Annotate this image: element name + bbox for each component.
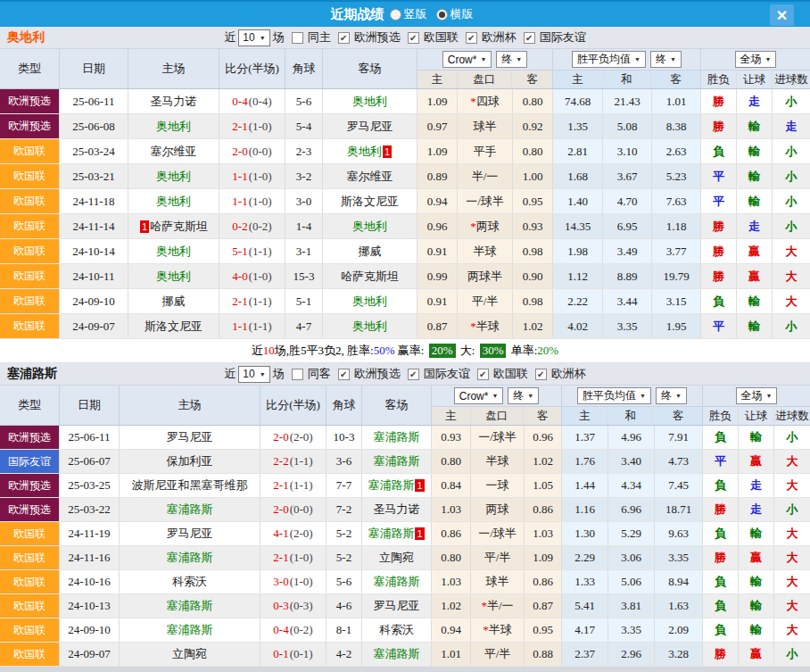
- filter-checkbox-league[interactable]: [408, 32, 419, 44]
- final-odds-select[interactable]: 终▼: [508, 387, 539, 404]
- mean-away: 1.63: [655, 594, 703, 618]
- odds-away: 1.00: [513, 164, 553, 188]
- corners: 4-7: [285, 314, 323, 338]
- mean-draw: 3.40: [608, 450, 655, 473]
- odds-away: 1.02: [525, 450, 562, 473]
- column-header: 主场: [120, 386, 260, 425]
- home-team-label: 圣马力诺: [151, 94, 197, 110]
- odds-home: 0.80: [432, 546, 471, 569]
- result-outcome: 平: [703, 450, 739, 473]
- odds-home: 0.96: [417, 214, 458, 238]
- filter-checkbox-league[interactable]: [477, 369, 489, 380]
- fulltime-score: 1-1: [232, 195, 247, 209]
- final-odds-select-label: 终: [513, 388, 524, 403]
- result-handicap: 贏: [737, 264, 773, 288]
- layout-radio[interactable]: [390, 9, 401, 21]
- summary-segment: 10: [263, 344, 275, 358]
- match-score: 2-0(0-0): [260, 498, 326, 521]
- mean-away: 7.91: [655, 426, 703, 449]
- filter-checkbox-league[interactable]: [466, 32, 477, 44]
- fulltime-score: 1-1: [232, 170, 247, 184]
- summary-bar: 近10场,胜5平3负2, 胜率:50% 赢率: 20% 大: 30% 单率:20…: [0, 339, 810, 363]
- league-badge: 欧国联: [0, 264, 60, 288]
- filter-checkbox-same-venue-label: 同主: [308, 29, 331, 46]
- recent-count-select[interactable]: 10▼: [238, 366, 269, 383]
- corners: 3-0: [285, 189, 323, 213]
- odds-away: 0.87: [525, 594, 562, 618]
- result-goals: 小: [773, 314, 810, 338]
- result-outcome: 勝: [703, 498, 739, 521]
- result-outcome: 勝: [701, 114, 737, 138]
- filter-checkbox-league[interactable]: [338, 369, 350, 380]
- odds-home: 0.91: [417, 239, 458, 263]
- result-goals: 小: [773, 164, 810, 188]
- table-row: 欧国联24-10-14奥地利5-1(1-1)3-1挪威0.91半球0.981.9…: [0, 239, 810, 264]
- handicap: 两球半: [458, 264, 513, 288]
- away-team-label: 塞浦路斯: [368, 477, 414, 494]
- close-button[interactable]: ✕: [770, 4, 794, 26]
- result-outcome: 負: [703, 594, 739, 618]
- result-outcome: 勝: [701, 239, 737, 263]
- home-team-label: 保加利亚: [167, 453, 213, 469]
- result-goals: 大: [773, 264, 810, 288]
- result-outcome: 負: [703, 570, 739, 593]
- league-badge: 欧国联: [0, 189, 60, 213]
- crow-odds-select[interactable]: Crow*▼: [454, 387, 504, 404]
- match-score: 2-2(1-1): [260, 450, 326, 473]
- filter-checkbox-league[interactable]: [408, 369, 419, 380]
- filter-bar: 近10▼场同客欧洲预选国际友谊欧国联欧洲杯: [224, 366, 585, 383]
- odds-home: 0.84: [432, 474, 471, 497]
- league-badge: 欧国联: [0, 289, 60, 313]
- odds-home: 0.86: [432, 522, 471, 545]
- chevron-down-icon: ▼: [527, 393, 533, 399]
- final-mean-select[interactable]: 终▼: [650, 51, 682, 68]
- mean-draw: 5.08: [603, 114, 652, 138]
- table-row: 欧洲预选25-06-08奥地利2-1(1-0)5-4罗马尼亚0.97球半0.92…: [0, 114, 810, 139]
- corners: 5-6: [326, 570, 362, 593]
- filter-checkbox-same-venue[interactable]: [292, 369, 303, 380]
- away-team: 奥地利: [323, 214, 417, 238]
- match-score: 3-0(1-0): [260, 570, 326, 593]
- odds-away: 0.92: [513, 114, 553, 138]
- handicap-text: 半球: [476, 319, 500, 335]
- summary-segment: 20%: [537, 344, 558, 358]
- filter-checkbox-league[interactable]: [535, 369, 547, 380]
- mean-home: 14.35: [553, 214, 603, 238]
- home-team-label: 奥地利: [156, 269, 191, 285]
- mean-odds-select[interactable]: 胜平负均值▼: [577, 387, 651, 404]
- recent-count-select[interactable]: 10▼: [238, 29, 269, 46]
- table-row: 欧国联24-11-19罗马尼亚4-1(2-0)5-2塞浦路斯10.86一/球半1…: [0, 522, 810, 546]
- full-match-select[interactable]: 全场▼: [735, 51, 777, 68]
- chevron-down-icon: ▼: [480, 56, 486, 62]
- mean-odds-select-label: 胜平负均值: [583, 388, 636, 403]
- filter-checkbox-league[interactable]: [338, 32, 350, 44]
- mean-home: 5.41: [562, 594, 608, 618]
- away-team: 塞浦路斯1: [362, 522, 432, 545]
- layout-radio[interactable]: [436, 9, 448, 21]
- filter-checkbox-same-venue[interactable]: [292, 32, 303, 44]
- result-goals: 小: [774, 643, 810, 666]
- chevron-down-icon: ▼: [492, 393, 498, 399]
- fulltime-score: 2-1: [232, 295, 247, 309]
- home-team: 塞尔维亚: [128, 139, 219, 163]
- table-row: 欧国联25-03-24塞尔维亚2-0(0-0)2-3奥地利11.09平手0.80…: [0, 139, 810, 164]
- column-header: 主: [562, 407, 608, 425]
- final-odds-select[interactable]: 终▼: [496, 51, 527, 68]
- full-group: 全场▼胜负让球进球数: [701, 49, 810, 88]
- table-row: 欧洲预选25-03-22塞浦路斯2-0(0-0)7-2圣马力诺1.03两球0.8…: [0, 498, 810, 522]
- filter-checkbox-league[interactable]: [524, 32, 535, 44]
- final-mean-select[interactable]: 终▼: [656, 387, 687, 404]
- column-header: 让球: [737, 71, 773, 88]
- table-row: 欧国联24-11-141哈萨克斯坦0-2(0-2)1-4奥地利0.96*两球0.…: [0, 214, 810, 239]
- mean-group-selects: 胜平负均值▼终▼: [562, 386, 702, 406]
- full-match-select[interactable]: 全场▼: [736, 387, 778, 404]
- match-score: 4-0(1-0): [219, 264, 285, 288]
- match-date: 24-11-14: [60, 214, 128, 238]
- full-group: 全场▼胜负让球进球数: [703, 386, 810, 425]
- fulltime-score: 2-0: [273, 430, 288, 444]
- handicap: 平/半: [471, 546, 525, 569]
- crow-odds-select[interactable]: Crow*▼: [442, 51, 492, 68]
- bottom-strip: [0, 667, 810, 672]
- mean-odds-select[interactable]: 胜平负均值▼: [572, 51, 646, 68]
- odds-home: 1.09: [417, 139, 458, 163]
